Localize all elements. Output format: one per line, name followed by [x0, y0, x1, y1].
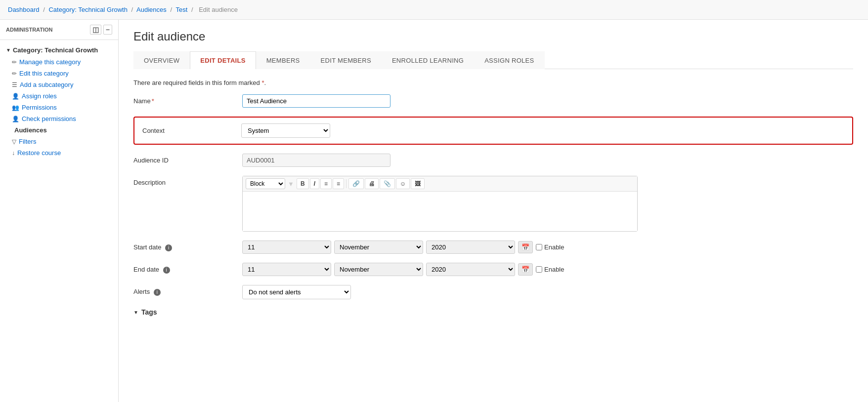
block-select[interactable]: Block — [246, 178, 285, 189]
sidebar-item-edit-category[interactable]: ✏ Edit this category — [0, 68, 118, 79]
description-editor: Block ▼ B I ≡ ≡ 🔗 🖨 📎 ☺ 🖼 — [242, 176, 638, 232]
attach-button[interactable]: 📎 — [380, 178, 395, 189]
audience-id-label: Audience ID — [133, 154, 232, 164]
pencil-icon: ✏ — [12, 59, 17, 66]
audience-id-input — [242, 154, 391, 167]
end-calendar-button[interactable]: 📅 — [518, 263, 533, 276]
main-content: Edit audience OVERVIEW EDIT DETAILS MEMB… — [119, 20, 868, 402]
name-field-row: Name* — [133, 94, 853, 108]
breadcrumb-audiences[interactable]: Audiences — [136, 6, 167, 13]
breadcrumb-test[interactable]: Test — [175, 6, 187, 13]
start-enable-text: Enable — [544, 243, 564, 251]
sidebar-toggle-icon[interactable]: ◫ — [90, 25, 101, 35]
italic-button[interactable]: I — [310, 178, 319, 189]
sidebar-item-audiences: Audiences — [0, 124, 118, 136]
audience-id-field-row: Audience ID — [133, 154, 853, 167]
tab-enrolled-learning[interactable]: ENROLLED LEARNING — [382, 51, 474, 69]
sidebar-item-permissions[interactable]: 👥 Permissions — [0, 102, 118, 113]
tab-assign-roles[interactable]: ASSIGN ROLES — [474, 51, 544, 69]
start-month-select[interactable]: November — [334, 241, 423, 254]
bold-button[interactable]: B — [297, 178, 309, 189]
start-date-label: Start date i — [133, 241, 232, 251]
end-month-select[interactable]: November — [334, 263, 423, 276]
sidebar-item-restore-course[interactable]: ↓ Restore course — [0, 147, 118, 159]
tags-arrow-icon: ▼ — [133, 310, 138, 315]
breadcrumb-current: Edit audience — [199, 6, 238, 13]
editor-toolbar: Block ▼ B I ≡ ≡ 🔗 🖨 📎 ☺ 🖼 — [243, 176, 637, 192]
sidebar-header: Administration ◫ − — [0, 20, 118, 40]
end-date-label: End date i — [133, 263, 232, 274]
sidebar-item-label: Permissions — [22, 104, 57, 111]
sidebar-item-check-permissions[interactable]: 👤 Check permissions — [0, 113, 118, 124]
sidebar-item-filters[interactable]: ▽ Filters — [0, 136, 118, 147]
end-date-info-icon[interactable]: i — [163, 267, 170, 274]
tags-label: Tags — [141, 308, 157, 316]
start-calendar-button[interactable]: 📅 — [518, 241, 533, 253]
form-notice: There are required fields in this form m… — [133, 79, 853, 86]
user-check-icon: 👤 — [12, 116, 19, 122]
alerts-row: Alerts i Do not send alerts Send alerts — [133, 285, 853, 299]
emoji-button[interactable]: ☺ — [396, 178, 410, 189]
link-button[interactable]: 🔗 — [348, 178, 364, 189]
alerts-info-icon[interactable]: i — [154, 289, 161, 296]
start-enable-label: Enable — [536, 243, 564, 251]
sidebar-item-label: Add a subcategory — [20, 81, 73, 88]
breadcrumb-dashboard[interactable]: Dashboard — [8, 6, 40, 13]
end-enable-label: Enable — [536, 266, 564, 273]
tab-edit-members[interactable]: EDIT MEMBERS — [310, 51, 382, 69]
start-date-group: 11 November 2020 📅 Enable — [242, 241, 853, 254]
tab-edit-details[interactable]: EDIT DETAILS — [190, 51, 256, 69]
user-icon: 👤 — [12, 93, 19, 100]
ol-button[interactable]: ≡ — [333, 178, 344, 189]
sidebar-item-manage-category[interactable]: ✏ Manage this category — [0, 56, 118, 68]
restore-icon: ↓ — [12, 150, 15, 157]
sidebar-item-label: Assign roles — [22, 92, 57, 100]
ul-button[interactable]: ≡ — [320, 178, 332, 189]
end-date-row: End date i 11 November 2020 📅 — [133, 263, 853, 276]
start-year-select[interactable]: 2020 — [426, 241, 515, 254]
sidebar-item-label: Restore course — [17, 149, 61, 157]
sidebar-collapse-icon[interactable]: − — [103, 25, 112, 35]
sidebar-item-assign-roles[interactable]: 👤 Assign roles — [0, 90, 118, 102]
sidebar-title: Administration — [6, 27, 53, 33]
filter-icon: ▽ — [12, 138, 16, 145]
description-label: Description — [133, 176, 232, 186]
name-label: Name* — [133, 94, 232, 105]
end-year-select[interactable]: 2020 — [426, 263, 515, 276]
start-date-info-icon[interactable]: i — [165, 244, 172, 251]
tab-members[interactable]: MEMBERS — [256, 51, 310, 69]
print-button[interactable]: 🖨 — [365, 178, 379, 189]
alerts-select[interactable]: Do not send alerts Send alerts — [242, 285, 351, 299]
section-arrow-icon: ▼ — [6, 47, 11, 53]
sidebar-item-add-subcategory[interactable]: ☰ Add a subcategory — [0, 79, 118, 90]
start-date-row: Start date i 11 November 2020 📅 — [133, 241, 853, 254]
audience-id-field — [242, 154, 853, 167]
alerts-label: Alerts i — [133, 285, 232, 296]
page-title: Edit audience — [133, 30, 853, 43]
tab-overview[interactable]: OVERVIEW — [133, 51, 190, 69]
image-button[interactable]: 🖼 — [411, 178, 425, 189]
context-select[interactable]: System Category Course — [241, 123, 330, 138]
sidebar-item-label: Filters — [19, 138, 36, 145]
description-field: Block ▼ B I ≡ ≡ 🔗 🖨 📎 ☺ 🖼 — [242, 176, 853, 232]
end-enable-text: Enable — [544, 266, 564, 273]
sidebar-item-label: Edit this category — [19, 70, 69, 77]
required-marker: * — [261, 79, 264, 86]
tags-toggle[interactable]: ▼ Tags — [133, 308, 853, 316]
start-day-select[interactable]: 11 — [242, 241, 331, 254]
end-date-group: 11 November 2020 📅 Enable — [242, 263, 853, 276]
sidebar-section-title[interactable]: ▼ Category: Technical Growth — [0, 44, 118, 56]
alerts-field: Do not send alerts Send alerts — [242, 285, 853, 299]
editor-body[interactable] — [243, 192, 637, 231]
name-input[interactable] — [242, 94, 391, 108]
end-date-field: 11 November 2020 📅 Enable — [242, 263, 853, 276]
breadcrumb-category[interactable]: Category: Technical Growth — [48, 6, 127, 13]
end-day-select[interactable]: 11 — [242, 263, 331, 276]
end-enable-checkbox[interactable] — [536, 266, 542, 273]
start-date-field: 11 November 2020 📅 Enable — [242, 241, 853, 254]
context-label: Context — [142, 127, 231, 134]
tabs: OVERVIEW EDIT DETAILS MEMBERS EDIT MEMBE… — [133, 51, 853, 69]
start-enable-checkbox[interactable] — [536, 244, 542, 250]
sidebar: Administration ◫ − ▼ Category: Technical… — [0, 20, 119, 402]
pencil-icon: ✏ — [12, 70, 17, 77]
